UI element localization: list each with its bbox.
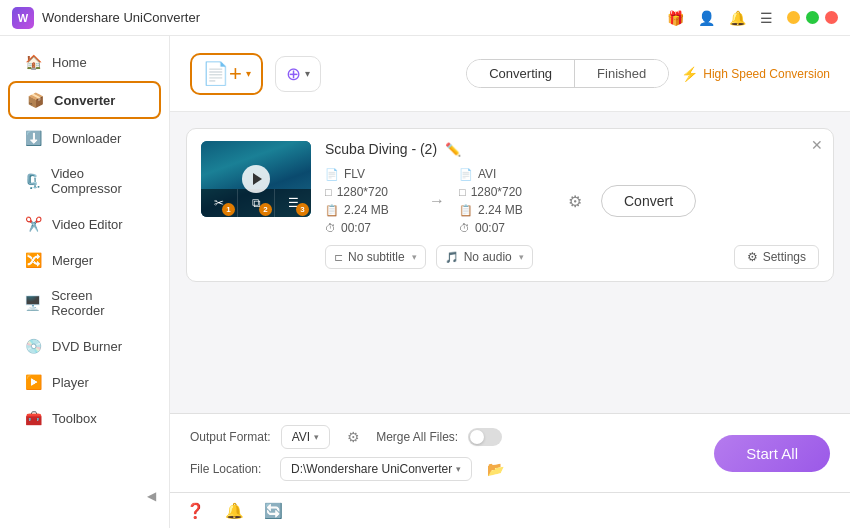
sidebar-item-screen-recorder[interactable]: 🖥️ Screen Recorder bbox=[8, 279, 161, 327]
format-settings-icon-button[interactable]: ⚙ bbox=[559, 185, 591, 217]
sidebar-item-toolbox[interactable]: 🧰 Toolbox bbox=[8, 401, 161, 435]
target-duration-line: ⏱ 00:07 bbox=[459, 221, 549, 235]
subtitle-icon: ⊏ bbox=[334, 251, 343, 264]
source-size-line: 📋 2.24 MB bbox=[325, 203, 415, 217]
start-all-button[interactable]: Start All bbox=[714, 435, 830, 472]
close-button[interactable] bbox=[825, 11, 838, 24]
sidebar-item-converter[interactable]: 📦 Converter bbox=[8, 81, 161, 119]
target-dur-icon: ⏱ bbox=[459, 222, 470, 234]
merge-toggle[interactable] bbox=[468, 428, 502, 446]
convert-button[interactable]: Convert bbox=[601, 185, 696, 217]
high-speed-button[interactable]: ⚡ High Speed Conversion bbox=[681, 66, 830, 82]
conversion-row: 📄 FLV □ 1280*720 📋 2.24 MB bbox=[325, 167, 819, 235]
output-format-settings-icon[interactable]: ⚙ bbox=[340, 424, 366, 450]
source-format-line: 📄 FLV bbox=[325, 167, 415, 181]
output-format-label: Output Format: bbox=[190, 430, 271, 444]
sidebar-label-dvd: DVD Burner bbox=[52, 339, 122, 354]
dvd-icon: 💿 bbox=[24, 338, 42, 354]
sidebar-label-compressor: Video Compressor bbox=[51, 166, 145, 196]
source-format-icon: 📄 bbox=[325, 168, 339, 181]
sidebar-item-player[interactable]: ▶️ Player bbox=[8, 365, 161, 399]
minimize-button[interactable] bbox=[787, 11, 800, 24]
window-controls bbox=[787, 11, 838, 24]
file-card-top: ✂ 1 ⧉ 2 ☰ 3 bbox=[201, 141, 819, 235]
hamburger-icon[interactable]: ☰ bbox=[760, 10, 773, 26]
effects-badge: 3 bbox=[296, 203, 309, 216]
toolbar: 📄+ ▾ ⊕ ▾ Converting Finished ⚡ High Spee… bbox=[170, 36, 850, 112]
output-format-value: AVI bbox=[292, 430, 310, 444]
source-duration: 00:07 bbox=[341, 221, 371, 235]
source-duration-line: ⏱ 00:07 bbox=[325, 221, 415, 235]
add-url-arrow: ▾ bbox=[305, 68, 310, 79]
audio-label: No audio bbox=[464, 250, 512, 264]
home-icon: 🏠 bbox=[24, 54, 42, 70]
sidebar-item-downloader[interactable]: ⬇️ Downloader bbox=[8, 121, 161, 155]
sidebar-label-player: Player bbox=[52, 375, 89, 390]
scissors-tool-button[interactable]: ✂ 1 bbox=[201, 189, 238, 217]
tab-converting[interactable]: Converting bbox=[467, 60, 575, 87]
add-file-arrow: ▾ bbox=[246, 68, 251, 79]
audio-select[interactable]: 🎵 No audio ▾ bbox=[436, 245, 533, 269]
add-file-button[interactable]: 📄+ ▾ bbox=[190, 53, 263, 95]
gift-icon[interactable]: 🎁 bbox=[667, 10, 684, 26]
output-format-arrow: ▾ bbox=[314, 432, 319, 442]
merge-files-label: Merge All Files: bbox=[376, 430, 458, 444]
effects-tool-button[interactable]: ☰ 3 bbox=[275, 189, 311, 217]
add-url-button[interactable]: ⊕ ▾ bbox=[275, 56, 321, 92]
settings-gear-icon: ⚙ bbox=[747, 250, 758, 264]
sidebar-item-dvd-burner[interactable]: 💿 DVD Burner bbox=[8, 329, 161, 363]
file-area: ✕ ✂ 1 bbox=[170, 112, 850, 413]
sidebar-label-editor: Video Editor bbox=[52, 217, 123, 232]
edit-filename-icon[interactable]: ✏️ bbox=[445, 142, 461, 157]
footer-right: Start All bbox=[714, 435, 830, 472]
sidebar-item-home[interactable]: 🏠 Home bbox=[8, 45, 161, 79]
sidebar: 🏠 Home 📦 Converter ⬇️ Downloader 🗜️ Vide… bbox=[0, 36, 170, 528]
tab-switcher: Converting Finished bbox=[466, 59, 669, 88]
target-resolution: 1280*720 bbox=[471, 185, 522, 199]
footer-left: Output Format: AVI ▾ ⚙ Merge All Files: … bbox=[190, 424, 714, 482]
help-icon[interactable]: ❓ bbox=[186, 502, 205, 520]
bell-icon[interactable]: 🔔 bbox=[729, 10, 746, 26]
sync-icon[interactable]: 🔄 bbox=[264, 502, 283, 520]
source-resolution: 1280*720 bbox=[337, 185, 388, 199]
file-location-select[interactable]: D:\Wondershare UniConverter ▾ bbox=[280, 457, 472, 481]
file-name: Scuba Diving - (2) bbox=[325, 141, 437, 157]
tab-finished[interactable]: Finished bbox=[575, 60, 668, 87]
file-card-close-button[interactable]: ✕ bbox=[811, 137, 823, 153]
subtitle-label: No subtitle bbox=[348, 250, 405, 264]
subtitle-select[interactable]: ⊏ No subtitle ▾ bbox=[325, 245, 426, 269]
file-location-browse-icon[interactable]: 📂 bbox=[482, 456, 508, 482]
settings-button[interactable]: ⚙ Settings bbox=[734, 245, 819, 269]
notification-icon[interactable]: 🔔 bbox=[225, 502, 244, 520]
titlebar-controls: 🎁 👤 🔔 ☰ bbox=[667, 10, 838, 26]
sidebar-label-toolbox: Toolbox bbox=[52, 411, 97, 426]
file-location-label: File Location: bbox=[190, 462, 270, 476]
profile-icon[interactable]: 👤 bbox=[698, 10, 715, 26]
target-size: 2.24 MB bbox=[478, 203, 523, 217]
audio-icon: 🎵 bbox=[445, 251, 459, 264]
output-format-row: Output Format: AVI ▾ ⚙ Merge All Files: bbox=[190, 424, 714, 450]
crop-tool-button[interactable]: ⧉ 2 bbox=[238, 189, 275, 217]
sidebar-label-downloader: Downloader bbox=[52, 131, 121, 146]
maximize-button[interactable] bbox=[806, 11, 819, 24]
titlebar: W Wondershare UniConverter 🎁 👤 🔔 ☰ bbox=[0, 0, 850, 36]
sidebar-item-merger[interactable]: 🔀 Merger bbox=[8, 243, 161, 277]
converter-icon: 📦 bbox=[26, 92, 44, 108]
target-size-line: 📋 2.24 MB bbox=[459, 203, 549, 217]
file-location-arrow: ▾ bbox=[456, 464, 461, 474]
content-area: 📄+ ▾ ⊕ ▾ Converting Finished ⚡ High Spee… bbox=[170, 36, 850, 528]
play-button[interactable] bbox=[242, 165, 270, 193]
sidebar-label-home: Home bbox=[52, 55, 87, 70]
output-format-select[interactable]: AVI ▾ bbox=[281, 425, 330, 449]
sidebar-label-recorder: Screen Recorder bbox=[51, 288, 145, 318]
thumbnail-tools: ✂ 1 ⧉ 2 ☰ 3 bbox=[201, 189, 311, 217]
video-thumbnail[interactable]: ✂ 1 ⧉ 2 ☰ 3 bbox=[201, 141, 311, 217]
sidebar-collapse-button[interactable]: ◀ bbox=[141, 476, 161, 516]
target-format-block: 📄 AVI □ 1280*720 📋 2.24 MB bbox=[459, 167, 549, 235]
sidebar-item-video-editor[interactable]: ✂️ Video Editor bbox=[8, 207, 161, 241]
source-resolution-line: □ 1280*720 bbox=[325, 185, 415, 199]
recorder-icon: 🖥️ bbox=[24, 295, 41, 311]
sidebar-item-video-compressor[interactable]: 🗜️ Video Compressor bbox=[8, 157, 161, 205]
footer: Output Format: AVI ▾ ⚙ Merge All Files: … bbox=[170, 413, 850, 492]
target-res-icon: □ bbox=[459, 186, 466, 198]
